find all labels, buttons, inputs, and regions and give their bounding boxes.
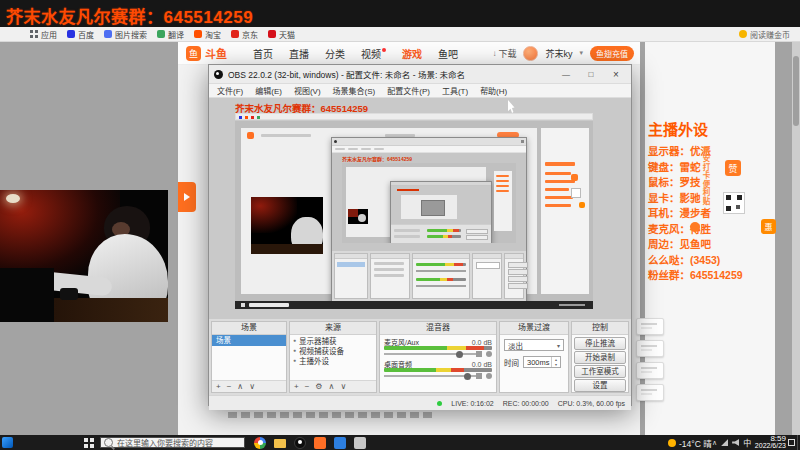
scrollbar-thumb[interactable] — [793, 56, 799, 126]
channel-gear-icon[interactable] — [486, 351, 492, 357]
bookmark-label: 天猫 — [279, 29, 295, 40]
scene-down-button[interactable]: ∨ — [249, 382, 255, 391]
nav-item-live[interactable]: 直播 — [289, 46, 309, 61]
visibility-eye-icon[interactable]: ● — [293, 337, 296, 343]
close-button[interactable]: × — [606, 69, 626, 80]
captured-group-title-l2: 芥末水友凡尔赛群：645514259 — [342, 155, 412, 162]
app-icon-blue[interactable] — [334, 437, 346, 449]
recharge-button[interactable]: 鱼翅充值 — [590, 46, 634, 61]
action-center-icon[interactable] — [788, 439, 795, 446]
explorer-icon[interactable] — [274, 439, 286, 448]
volume-slider[interactable] — [384, 372, 492, 380]
minimize-button[interactable]: — — [556, 70, 576, 79]
taskbar-clock[interactable]: 8:59 2022/6/23 — [755, 436, 786, 449]
nav-item-home[interactable]: 首页 — [253, 46, 273, 61]
add-scene-button[interactable]: + — [216, 382, 221, 391]
bookmark-label: 淘宝 — [205, 29, 221, 40]
menu-tools[interactable]: 工具(T) — [436, 85, 474, 96]
visibility-eye-icon[interactable]: ● — [293, 357, 296, 363]
menu-edit[interactable]: 编辑(E) — [249, 85, 288, 96]
sources-panel-title[interactable]: 来源 — [290, 322, 376, 335]
user-avatar[interactable] — [523, 46, 538, 61]
bookmark-item[interactable]: 图片搜索 — [104, 29, 147, 40]
spin-down-icon[interactable]: ▾ — [555, 362, 557, 367]
obs-taskbar-icon[interactable] — [294, 437, 306, 449]
chrome-icon[interactable] — [254, 437, 266, 449]
visibility-eye-icon[interactable]: ● — [293, 347, 296, 353]
live-side-tab[interactable] — [178, 182, 196, 212]
obs-window-title: OBS 22.0.2 (32-bit, windows) - 配置文件: 未命名… — [228, 68, 551, 80]
stop-streaming-button[interactable]: 停止推流 — [574, 337, 626, 350]
bookmark-item[interactable]: 京东 — [231, 29, 258, 40]
maximize-button[interactable]: □ — [581, 70, 601, 79]
menu-help[interactable]: 帮助(H) — [474, 85, 513, 96]
menu-scene-collection[interactable]: 场景集合(S) — [327, 85, 382, 96]
obs-preview[interactable]: 芥末水友凡尔赛群：645514259 — [209, 98, 631, 319]
site-logo[interactable]: 鱼 斗鱼 — [186, 45, 227, 61]
duration-spinner[interactable]: 300ms ▴ ▾ — [523, 356, 561, 368]
taskbar-search[interactable]: 在这里输入你要搜索的内容 — [100, 437, 245, 448]
bookmark-item[interactable]: 淘宝 — [194, 29, 221, 40]
bookmark-item[interactable]: 翻译 — [157, 29, 184, 40]
studio-mode-button[interactable]: 工作室模式 — [574, 365, 626, 378]
start-recording-button[interactable]: 开始录制 — [574, 351, 626, 364]
source-item[interactable]: ● 视频捕获设备 — [290, 345, 376, 355]
volume-icon[interactable] — [732, 439, 739, 446]
site-nav: 首页 直播 分类 视频 游戏 鱼吧 — [253, 42, 458, 64]
slider-track — [384, 375, 476, 377]
mute-speaker-icon[interactable] — [476, 373, 482, 379]
transition-select[interactable]: 淡出 ▾ — [504, 339, 564, 351]
mute-speaker-icon[interactable] — [476, 351, 482, 357]
scene-item[interactable]: 场景 — [212, 335, 286, 346]
corner-app-icon[interactable] — [2, 437, 13, 448]
nav-item-category[interactable]: 分类 — [325, 46, 345, 61]
start-button[interactable] — [84, 438, 94, 448]
obs-titlebar[interactable]: OBS 22.0.2 (32-bit, windows) - 配置文件: 未命名… — [209, 65, 631, 84]
source-item[interactable]: ● 主播外设 — [290, 355, 376, 365]
l1-obs-titlebar — [332, 138, 526, 146]
bookmark-item[interactable]: 天猫 — [268, 29, 295, 40]
mixer-panel-title[interactable]: 混音器 — [380, 322, 496, 335]
app-icon-gray[interactable] — [354, 437, 366, 449]
nav-item-game[interactable]: 游戏 — [402, 46, 422, 61]
slider-knob[interactable] — [464, 373, 471, 380]
source-item[interactable]: ● 显示器捕获 — [290, 335, 376, 345]
bookmark-item[interactable]: 百度 — [67, 29, 94, 40]
source-down-button[interactable]: ∨ — [340, 382, 346, 391]
nav-item-yuba[interactable]: 鱼吧 — [438, 46, 458, 61]
page-widget[interactable] — [636, 384, 664, 401]
page-widget[interactable] — [636, 362, 664, 379]
apps-grid-icon — [30, 30, 38, 38]
download-link[interactable]: ↓ 下载 — [492, 47, 516, 60]
page-widget[interactable] — [636, 340, 664, 357]
l1-dock-controls — [504, 253, 524, 299]
menu-file[interactable]: 文件(F) — [211, 85, 249, 96]
volume-slider[interactable] — [384, 350, 492, 358]
slider-knob[interactable] — [456, 351, 463, 358]
controls-panel-title[interactable]: 控制 — [572, 322, 628, 335]
nav-item-video[interactable]: 视频 — [361, 46, 386, 61]
browser-extension[interactable]: 阅读赚金币 — [739, 29, 790, 40]
menu-profile[interactable]: 配置文件(P) — [381, 85, 436, 96]
user-caret-icon[interactable]: ▾ — [579, 49, 583, 57]
channel-gear-icon[interactable] — [486, 373, 492, 379]
source-properties-button[interactable]: ⚙ — [315, 382, 322, 391]
transitions-panel-title[interactable]: 场景过渡 — [500, 322, 568, 335]
tray-expand-icon[interactable]: ∧ — [712, 439, 717, 447]
settings-button[interactable]: 设置 — [574, 379, 626, 392]
douyu-taskbar-icon[interactable] — [314, 437, 326, 449]
apps-menu[interactable]: 应用 — [30, 29, 57, 40]
source-up-button[interactable]: ∧ — [329, 382, 335, 391]
menu-view[interactable]: 视图(V) — [288, 85, 327, 96]
scene-up-button[interactable]: ∧ — [237, 382, 243, 391]
scenes-panel-title[interactable]: 场景 — [212, 322, 286, 335]
remove-source-button[interactable]: − — [305, 382, 310, 391]
page-scrollbar[interactable] — [792, 42, 800, 435]
ime-lang-indicator[interactable]: 中 — [743, 437, 751, 448]
page-widget[interactable] — [636, 318, 664, 335]
username[interactable]: 芥末ky — [545, 47, 572, 60]
taskbar-weather[interactable]: -14°C 晴 — [668, 435, 712, 450]
add-source-button[interactable]: + — [294, 382, 299, 391]
remove-scene-button[interactable]: − — [227, 382, 232, 391]
network-icon[interactable] — [721, 439, 728, 446]
